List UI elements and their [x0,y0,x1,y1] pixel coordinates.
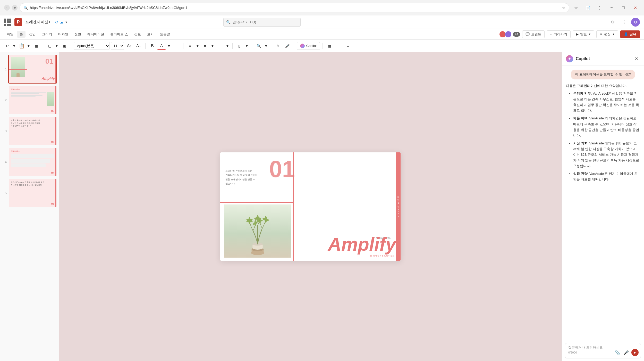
sep2 [71,43,71,49]
close-button[interactable]: ✕ [631,3,640,12]
present-icon: ▶ [576,32,579,36]
bold-button[interactable]: B [148,42,156,50]
settings-button[interactable]: ⚙ [608,18,617,27]
slide-thumb-5-wrap: 5 포커스(Focus)는 집중을 심화하는 데 필요한 수준의 몰입도를 달성… [2,178,57,207]
designer-button[interactable]: ✎ [274,42,282,50]
menu-slideshow[interactable]: 슬라이드 쇼 [108,31,131,38]
menu-draw[interactable]: 그리기 [39,31,55,38]
copilot-title: Copilot [576,56,630,61]
toolbar-expand-button[interactable]: ⌄ [344,42,352,50]
paste-dropdown[interactable]: ▼ [26,42,31,50]
font-color-dropdown[interactable]: ▼ [167,42,171,50]
address-bar[interactable]: 🔍 https://onedrive.live.com/:w:/t/EaCKkP… [20,3,569,12]
maximize-button[interactable]: □ [619,3,628,12]
present-button[interactable]: ▶ 발표 ▼ [573,30,594,38]
slide-thumb-5[interactable]: 포커스(Focus)는 집중을 심화하는 데 필요한 수준의 몰입도를 달성하는… [8,178,57,207]
slide-3-title: 맞춤형 환경을 개발하고 사용자 지정 가능한 기능에 맞게 조정되어 그들의 … [11,119,42,127]
edit-button[interactable]: ✏ 편집 ▼ [596,30,618,38]
header-right: ⚙ ⋮ U [608,18,640,27]
collab-count: +4 [513,32,520,37]
bullets-button[interactable]: ≡ [186,42,194,50]
more-options-button[interactable]: ⋮ [620,18,629,27]
undo-dropdown[interactable]: ▼ [12,42,16,50]
slide-thumb-4[interactable]: 인텔리전스 04 [8,147,57,176]
follow-button[interactable]: ∞ 따라가기 [547,30,571,38]
avatar[interactable]: U [631,18,640,27]
format-button[interactable]: ▦ [32,42,40,50]
main-area: 1 01 Amplify [0,52,644,361]
slide-thumb-2-wrap: 2 인텔리전스 [2,86,57,114]
paste-button[interactable]: 📋 [18,42,26,50]
slide-num-1: 1 [2,67,7,71]
copilot-logo-icon: ✦ [566,55,573,62]
copilot-bullet-3-text: VanArsdel에게는 $3B 규모의 고려해 볼 만한 시장을 구축할 기회… [573,141,639,168]
back-button[interactable]: ← [4,5,10,11]
find-dropdown[interactable]: ▼ [264,42,268,50]
font-size-select[interactable]: 11 [111,42,124,50]
canvas-area: 프리미엄 콘텐츠와 능동현인텔리전스의 힘을 통해 손쉽게빛찬 프레젠테이션을 … [59,52,562,361]
menu-home[interactable]: 홈 [17,31,26,38]
menu-review[interactable]: 검토 [132,31,143,38]
copilot-close-button[interactable]: ✕ [633,55,640,62]
find-button[interactable]: 🔍 [255,42,263,50]
slide-dropdown[interactable]: ▼ [54,42,59,50]
sep7 [271,43,271,49]
new-slide-button[interactable]: ▢ [46,42,54,50]
apps-grid-icon[interactable] [4,19,11,26]
app-logo: P [14,18,22,26]
layout-button[interactable]: ▣ [60,42,68,50]
grid-view-button[interactable]: ▦ [325,42,334,50]
more-button[interactable]: ⋯ [172,42,181,50]
slide-thumb-1[interactable]: 01 Amplify [8,55,57,84]
copilot-mic-button[interactable]: 🎤 [623,349,630,356]
share-button[interactable]: 👤 공유 [620,30,640,38]
menu-right: +4 💬 코멘트 ∞ 따라가기 ▶ 발표 ▼ ✏ 편집 ▼ 👤 [501,30,640,38]
minimize-button[interactable]: − [607,3,616,12]
shapes-dropdown[interactable]: ▼ [244,42,249,50]
browser-menu-button[interactable]: ⋮ [595,3,604,12]
collections-button[interactable]: 📄 [583,3,592,12]
menu-file[interactable]: 파일 [4,31,16,38]
undo-button[interactable]: ↩ [3,42,11,50]
menu-view[interactable]: 보기 [145,31,156,38]
slide-canvas[interactable]: 프리미엄 콘텐츠와 능동현인텔리전스의 힘을 통해 손쉽게빛찬 프레젠테이션을 … [220,152,401,261]
refresh-button[interactable]: ↻ [12,5,18,11]
font-color-button[interactable]: A [157,42,166,50]
search-box[interactable]: 🔍 검색(Alt 키 + Q) [223,18,301,27]
undo-group: ↩ ▼ [3,42,16,50]
menu-insert[interactable]: 삽입 [27,31,38,38]
browser-titlebar: ← ↻ 🔍 https://onedrive.live.com/:w:/t/Ea… [0,0,644,15]
slide-group: ▢ ▼ [46,42,59,50]
list-button[interactable]: ≣ [201,42,209,50]
menu-transition[interactable]: 전환 [72,31,84,38]
chevron-down-icon[interactable]: ▼ [65,21,68,24]
font-size-up-button[interactable]: A↑ [125,42,133,50]
menu-design[interactable]: 디자인 [56,31,71,38]
list-dropdown[interactable]: ▼ [210,42,215,50]
copilot-input-area[interactable]: 질문하거나 요청하세요. 0/2000 📎 🎤 ► [565,343,641,358]
svg-point-16 [257,215,259,222]
slide-thumb-2[interactable]: 인텔리전스 02 [8,86,57,114]
copilot-toolbar-button[interactable]: Copilot [297,42,320,50]
follow-icon: ∞ [550,32,552,36]
bullets-dropdown[interactable]: ▼ [195,42,200,50]
menu-animation[interactable]: 애니메이션 [85,31,107,38]
comment-button[interactable]: 💬 코멘트 [522,30,545,38]
copilot-response: 다음은 프레젠테이션에 대한 요약입니다. 우리의 임무: VanArsdel은… [566,83,640,185]
font-select[interactable]: Aptos(본문) [74,42,110,50]
sep9 [323,43,323,49]
copilot-send-button[interactable]: ► [631,349,639,356]
align-button[interactable]: ⋮ [216,42,224,50]
font-size-down-button[interactable]: A↓ [134,42,143,50]
share-icon: 👤 [624,32,628,36]
menu-help[interactable]: 도움말 [157,31,173,38]
search-icon: 🔍 [226,20,231,24]
shapes-button[interactable]: ▯ [235,42,243,50]
favorites-button[interactable]: ☆ [571,3,581,12]
slide-thumb-3[interactable]: 맞춤형 환경을 개발하고 사용자 지정 가능한 기능에 맞게 조정되어 그들의 … [8,117,57,145]
toolbar-more-button[interactable]: ⋯ [335,42,343,50]
align-dropdown[interactable]: ▼ [225,42,230,50]
copilot-attach-button[interactable]: 📎 [614,349,621,356]
chevron-down-icon: ▼ [588,33,591,36]
dictate-button[interactable]: 🎤 [283,42,291,50]
